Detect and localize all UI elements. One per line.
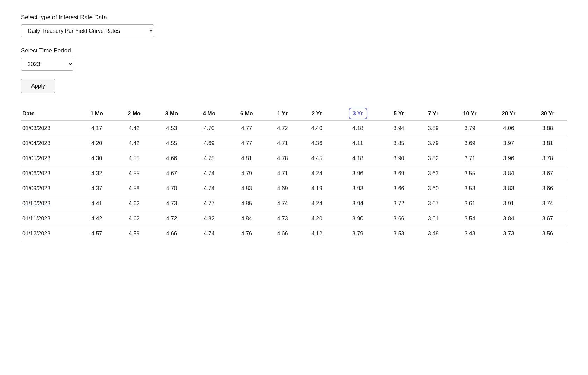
value-cell-10yr: 3.69	[450, 136, 489, 151]
value-cell-7yr: 3.48	[416, 226, 450, 241]
value-cell-1mo: 4.42	[78, 211, 115, 226]
value-cell-1mo: 4.37	[78, 181, 115, 196]
col-header-7-yr: 7 Yr	[416, 107, 450, 121]
interest-rate-label: Select type of Interest Rate Data	[21, 14, 567, 21]
date-cell: 01/10/2023	[21, 196, 78, 211]
value-cell-20yr: 3.84	[489, 166, 528, 181]
value-cell-1mo: 4.30	[78, 151, 115, 166]
col-header-30-yr: 30 Yr	[528, 107, 567, 121]
table-row: 01/05/20234.304.554.664.754.814.784.454.…	[21, 151, 567, 166]
value-cell-10yr: 3.71	[450, 151, 489, 166]
value-cell-2yr: 4.24	[300, 196, 334, 211]
col-header-5-yr: 5 Yr	[382, 107, 416, 121]
value-cell-3yr: 3.79	[334, 226, 382, 241]
date-cell: 01/04/2023	[21, 136, 78, 151]
value-cell-2yr: 4.12	[300, 226, 334, 241]
value-cell-3mo: 4.53	[153, 121, 190, 136]
value-cell-30yr: 3.56	[528, 226, 567, 241]
value-cell-2yr: 4.19	[300, 181, 334, 196]
time-period-select[interactable]: 202320222021202020192018	[21, 58, 73, 71]
value-cell-4mo: 4.77	[191, 196, 228, 211]
value-cell-3yr: 4.18	[334, 151, 382, 166]
value-cell-4mo: 4.74	[191, 166, 228, 181]
value-cell-20yr: 4.06	[489, 121, 528, 136]
value-cell-1yr: 4.73	[265, 211, 300, 226]
value-cell-5yr: 3.66	[382, 181, 416, 196]
col-header-3-mo: 3 Mo	[153, 107, 190, 121]
value-cell-2mo: 4.42	[115, 121, 153, 136]
value-cell-1yr: 4.74	[265, 196, 300, 211]
col-header-3-yr: 3 Yr	[334, 107, 382, 121]
value-cell-1mo: 4.20	[78, 136, 115, 151]
value-cell-1yr: 4.69	[265, 181, 300, 196]
value-cell-2mo: 4.58	[115, 181, 153, 196]
value-cell-6mo: 4.84	[228, 211, 265, 226]
value-cell-4mo: 4.75	[191, 151, 228, 166]
col-header-1-yr: 1 Yr	[265, 107, 300, 121]
value-cell-7yr: 3.63	[416, 166, 450, 181]
value-cell-1yr: 4.71	[265, 166, 300, 181]
date-cell: 01/11/2023	[21, 211, 78, 226]
value-cell-30yr: 3.66	[528, 181, 567, 196]
value-cell-3yr: 4.11	[334, 136, 382, 151]
table-row: 01/04/20234.204.424.554.694.774.714.364.…	[21, 136, 567, 151]
col-header-2-mo: 2 Mo	[115, 107, 153, 121]
value-cell-1mo: 4.41	[78, 196, 115, 211]
date-cell: 01/06/2023	[21, 166, 78, 181]
date-cell: 01/09/2023	[21, 181, 78, 196]
value-cell-20yr: 3.97	[489, 136, 528, 151]
value-cell-30yr: 3.67	[528, 166, 567, 181]
value-cell-2mo: 4.55	[115, 166, 153, 181]
value-cell-20yr: 3.84	[489, 211, 528, 226]
col-header-6-mo: 6 Mo	[228, 107, 265, 121]
value-cell-5yr: 3.90	[382, 151, 416, 166]
value-cell-3mo: 4.70	[153, 181, 190, 196]
apply-button[interactable]: Apply	[21, 79, 55, 93]
value-cell-1mo: 4.32	[78, 166, 115, 181]
value-cell-7yr: 3.79	[416, 136, 450, 151]
value-cell-5yr: 3.85	[382, 136, 416, 151]
value-cell-3mo: 4.67	[153, 166, 190, 181]
value-cell-4mo: 4.74	[191, 181, 228, 196]
yield-curve-table: Date1 Mo2 Mo3 Mo4 Mo6 Mo1 Yr2 Yr3 Yr5 Yr…	[21, 107, 567, 241]
value-cell-2mo: 4.62	[115, 211, 153, 226]
col-header-date: Date	[21, 107, 78, 121]
value-cell-20yr: 3.83	[489, 181, 528, 196]
value-cell-30yr: 3.88	[528, 121, 567, 136]
value-cell-3yr: 4.18	[334, 121, 382, 136]
value-cell-1mo: 4.17	[78, 121, 115, 136]
value-cell-10yr: 3.43	[450, 226, 489, 241]
interest-rate-select[interactable]: Daily Treasury Par Yield Curve RatesDail…	[21, 24, 154, 37]
col-header-2-yr: 2 Yr	[300, 107, 334, 121]
value-cell-10yr: 3.54	[450, 211, 489, 226]
table-row: 01/09/20234.374.584.704.744.834.694.193.…	[21, 181, 567, 196]
col-header-4-mo: 4 Mo	[191, 107, 228, 121]
value-cell-3mo: 4.66	[153, 226, 190, 241]
col-header-10-yr: 10 Yr	[450, 107, 489, 121]
value-cell-2yr: 4.40	[300, 121, 334, 136]
value-cell-6mo: 4.85	[228, 196, 265, 211]
value-cell-2yr: 4.20	[300, 211, 334, 226]
value-cell-7yr: 3.60	[416, 181, 450, 196]
value-cell-3yr: 3.94	[334, 196, 382, 211]
value-cell-7yr: 3.67	[416, 196, 450, 211]
value-cell-6mo: 4.83	[228, 181, 265, 196]
value-cell-3mo: 4.55	[153, 136, 190, 151]
col-header-20-yr: 20 Yr	[489, 107, 528, 121]
value-cell-5yr: 3.72	[382, 196, 416, 211]
value-cell-6mo: 4.81	[228, 151, 265, 166]
value-cell-7yr: 3.61	[416, 211, 450, 226]
value-cell-5yr: 3.66	[382, 211, 416, 226]
date-cell: 01/12/2023	[21, 226, 78, 241]
value-cell-4mo: 4.82	[191, 211, 228, 226]
value-cell-1mo: 4.57	[78, 226, 115, 241]
value-cell-30yr: 3.81	[528, 136, 567, 151]
table-row: 01/10/20234.414.624.734.774.854.744.243.…	[21, 196, 567, 211]
value-cell-7yr: 3.89	[416, 121, 450, 136]
value-cell-3yr: 3.96	[334, 166, 382, 181]
date-cell: 01/03/2023	[21, 121, 78, 136]
value-cell-3mo: 4.66	[153, 151, 190, 166]
value-cell-2mo: 4.55	[115, 151, 153, 166]
value-cell-30yr: 3.74	[528, 196, 567, 211]
value-cell-2mo: 4.42	[115, 136, 153, 151]
